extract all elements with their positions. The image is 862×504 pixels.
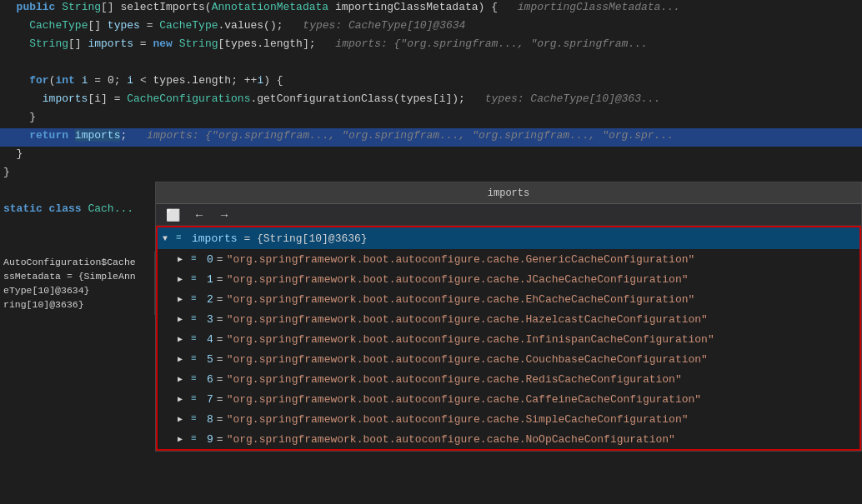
root-label: imports <box>192 232 238 245</box>
code-line-4 <box>0 55 862 73</box>
sidebar-item-4: ring[10]@3636} <box>3 297 151 312</box>
code-line-3: String[] imports = new String[types.leng… <box>0 37 862 55</box>
item-value-0: "org.springframework.boot.autoconfigure.… <box>227 253 695 266</box>
item-index-9: 9 <box>207 433 213 446</box>
item-eq-6: = <box>217 373 223 386</box>
item-value-2: "org.springframework.boot.autoconfigure.… <box>227 293 695 306</box>
expand-arrow-2: ▶ <box>178 294 186 304</box>
item-icon-8: ≡ <box>191 413 203 425</box>
item-eq-4: = <box>217 333 223 346</box>
item-value-6: "org.springframework.boot.autoconfigure.… <box>227 373 682 386</box>
popup-header: imports <box>156 182 861 204</box>
popup-toolbar: ⬜ ← → <box>156 204 861 226</box>
item-value-1: "org.springframework.boot.autoconfigure.… <box>227 273 689 286</box>
expand-arrow-0: ▶ <box>178 254 186 264</box>
array-item-row-6[interactable]: ▶ ≡ 6 = "org.springframework.boot.autoco… <box>158 369 859 389</box>
item-eq-0: = <box>217 253 223 266</box>
item-icon-7: ≡ <box>191 393 203 405</box>
variable-inspector-popup: imports ⬜ ← → ▼ ≡ imports = {String[10]@… <box>155 182 862 452</box>
forward-button[interactable]: → <box>213 206 235 224</box>
code-line-9: } <box>0 165 862 183</box>
expand-arrow-8: ▶ <box>178 414 186 424</box>
code-line-8: } <box>0 147 862 165</box>
item-icon-1: ≡ <box>191 273 203 285</box>
item-eq-3: = <box>217 313 223 326</box>
code-line-return: return imports; imports: {"org.springfra… <box>0 128 862 147</box>
item-icon-9: ≡ <box>191 433 203 445</box>
root-value: = {String[10]@3636} <box>238 232 368 245</box>
array-item-row-9[interactable]: ▶ ≡ 9 = "org.springframework.boot.autoco… <box>158 429 859 449</box>
item-value-4: "org.springframework.boot.autoconfigure.… <box>227 333 714 346</box>
array-root-row[interactable]: ▼ ≡ imports = {String[10]@3636} <box>158 227 859 249</box>
item-eq-9: = <box>217 433 223 446</box>
item-value-9: "org.springframework.boot.autoconfigure.… <box>227 433 675 446</box>
code-line-6: imports[i] = CacheConfigurations.getConf… <box>0 92 862 110</box>
code-line-1: public String[] selectImports(Annotation… <box>0 0 862 18</box>
item-index-0: 0 <box>207 253 213 266</box>
array-item-row-1[interactable]: ▶ ≡ 1 = "org.springframework.boot.autoco… <box>158 269 859 289</box>
item-index-3: 3 <box>207 313 213 326</box>
sidebar-item-2: ssMetadata = {SimpleAnn <box>3 269 151 283</box>
item-value-7: "org.springframework.boot.autoconfigure.… <box>227 393 702 406</box>
array-item-row-8[interactable]: ▶ ≡ 8 = "org.springframework.boot.autoco… <box>158 409 859 429</box>
item-icon-3: ≡ <box>191 313 203 325</box>
array-item-row-7[interactable]: ▶ ≡ 7 = "org.springframework.boot.autoco… <box>158 389 859 409</box>
item-index-8: 8 <box>207 413 213 426</box>
expand-arrow-6: ▶ <box>178 374 186 384</box>
sidebar-item-3: eType[10]@3634} <box>3 283 151 297</box>
item-icon-4: ≡ <box>191 333 203 345</box>
copy-button[interactable]: ⬜ <box>161 206 185 224</box>
array-inspector-panel: ▼ ≡ imports = {String[10]@3636} ▶ ≡ 0 = … <box>156 226 861 451</box>
expand-arrow-3: ▶ <box>178 314 186 324</box>
item-eq-7: = <box>217 393 223 406</box>
expand-arrow-7: ▶ <box>178 394 186 404</box>
array-item-row-4[interactable]: ▶ ≡ 4 = "org.springframework.boot.autoco… <box>158 329 859 349</box>
item-icon-5: ≡ <box>191 353 203 365</box>
item-index-2: 2 <box>207 293 213 306</box>
popup-title: imports <box>488 187 529 199</box>
item-eq-1: = <box>217 273 223 286</box>
item-index-5: 5 <box>207 353 213 366</box>
item-eq-5: = <box>217 353 223 366</box>
item-icon-2: ≡ <box>191 293 203 305</box>
item-value-3: "org.springframework.boot.autoconfigure.… <box>227 313 708 326</box>
code-line-2: CacheType[] types = CacheType.values(); … <box>0 18 862 37</box>
code-line-5: for(int i = 0; i < types.length; ++i) { <box>0 73 862 92</box>
expand-arrow-1: ▶ <box>178 274 186 284</box>
array-item-row-5[interactable]: ▶ ≡ 5 = "org.springframework.boot.autoco… <box>158 349 859 369</box>
item-icon-0: ≡ <box>191 253 203 265</box>
back-button[interactable]: ← <box>188 206 210 224</box>
item-index-6: 6 <box>207 373 213 386</box>
item-icon-6: ≡ <box>191 373 203 385</box>
debug-sidebar: AutoConfiguration$Cache ssMetadata = {Si… <box>0 252 155 315</box>
item-index-7: 7 <box>207 393 213 406</box>
array-item-row-2[interactable]: ▶ ≡ 2 = "org.springframework.boot.autoco… <box>158 289 859 309</box>
item-eq-2: = <box>217 293 223 306</box>
array-item-row-3[interactable]: ▶ ≡ 3 = "org.springframework.boot.autoco… <box>158 309 859 329</box>
array-item-row-0[interactable]: ▶ ≡ 0 = "org.springframework.boot.autoco… <box>158 249 859 269</box>
code-line-7: } <box>0 110 862 128</box>
item-value-5: "org.springframework.boot.autoconfigure.… <box>227 353 708 366</box>
expand-arrow-9: ▶ <box>178 434 186 444</box>
sidebar-item-1: AutoConfiguration$Cache <box>3 255 151 269</box>
item-value-8: "org.springframework.boot.autoconfigure.… <box>227 413 689 426</box>
item-index-4: 4 <box>207 333 213 346</box>
array-icon: ≡ <box>176 232 188 244</box>
item-eq-8: = <box>217 413 223 426</box>
expand-arrow-5: ▶ <box>178 354 186 364</box>
expand-root-arrow: ▼ <box>163 234 171 243</box>
item-index-1: 1 <box>207 273 213 286</box>
expand-arrow-4: ▶ <box>178 334 186 344</box>
